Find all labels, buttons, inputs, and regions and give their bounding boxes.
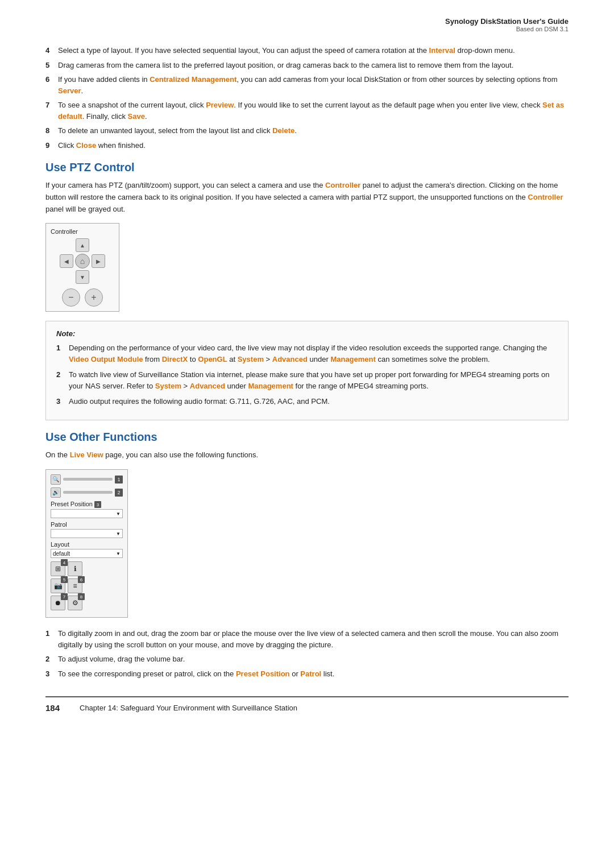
zoom-controls: − +	[51, 288, 114, 307]
patrol-label-row: Patrol	[51, 521, 123, 528]
zoom-bar[interactable]	[63, 478, 113, 481]
preset-position-label-row: Preset Position 3	[51, 501, 123, 509]
advanced-highlight1: Advanced	[272, 355, 308, 363]
steps-list: 4 Select a type of layout. If you have s…	[45, 45, 569, 151]
note-title: Note:	[56, 329, 558, 338]
plus-icon: +	[91, 292, 96, 303]
opengl-highlight: OpenGL	[198, 355, 227, 363]
footer-chapter: Chapter 14: Safeguard Your Environment w…	[80, 704, 297, 712]
note-list: 1 Depending on the performance of your v…	[56, 342, 558, 407]
list-icon-button[interactable]: ≡ 6	[68, 578, 82, 593]
dpad-up-button[interactable]: ▲	[76, 238, 89, 252]
dpad-right-button[interactable]: ▶	[92, 254, 105, 268]
note-item-1: 1 Depending on the performance of your v…	[56, 342, 558, 365]
record-icon: ⏺	[55, 599, 61, 607]
camera-num-badge: 5	[61, 576, 68, 583]
patrol-dropdown-arrow-icon: ▼	[116, 531, 121, 536]
note-item-3: 3 Audio output requires the following au…	[56, 396, 558, 407]
note-item-2: 2 To watch live view of Surveillance Sta…	[56, 369, 558, 391]
bottom-steps-list: 1 To digitally zoom in and out, drag the…	[45, 628, 569, 679]
up-arrow-icon: ▲	[76, 239, 89, 251]
management-highlight1: Management	[330, 355, 375, 363]
patrol-highlight: Patrol	[300, 669, 321, 678]
ptz-section-heading: Use PTZ Control	[45, 161, 569, 174]
down-arrow-icon: ▼	[76, 271, 89, 283]
preset-position-label: Preset Position	[51, 501, 93, 507]
list-icon: ≡	[73, 582, 77, 590]
header-subtitle: Based on DSM 3.1	[45, 26, 569, 32]
volume-bar[interactable]	[63, 491, 113, 494]
list-item: 4 Select a type of layout. If you have s…	[45, 45, 569, 56]
preset-position-highlight: Preset Position	[236, 669, 290, 678]
dpad-left-button[interactable]: ◀	[60, 254, 73, 268]
list-item: 2 To adjust volume, drag the volume bar.	[45, 654, 569, 665]
layout-dropdown-arrow-icon: ▼	[116, 551, 121, 556]
settings-num-badge: 8	[78, 593, 85, 600]
functions-panel: 🔍 1 🔊 2 Preset Position 3 ▼ Patrol ▼	[45, 469, 128, 618]
zoom-out-button[interactable]: −	[62, 288, 80, 307]
list-num-badge: 6	[78, 576, 85, 583]
preset-dropdown-arrow-icon: ▼	[116, 511, 121, 516]
page-footer: 184 Chapter 14: Safeguard Your Environme…	[45, 696, 569, 718]
dpad-home-button[interactable]: ⌂	[75, 254, 90, 268]
volume-num-badge: 2	[115, 489, 123, 497]
centralized-management-highlight: Centralized Management	[150, 75, 237, 84]
list-item: 5 Drag cameras from the camera list to t…	[45, 60, 569, 71]
volume-icon: 🔊	[51, 487, 61, 498]
save-highlight: Save	[128, 112, 145, 121]
dpad-down-button[interactable]: ▼	[76, 270, 89, 284]
home-icon: ⌂	[80, 257, 85, 266]
layout-dropdown[interactable]: default ▼	[51, 549, 123, 558]
list-item: 1 To digitally zoom in and out, drag the…	[45, 628, 569, 650]
preset-position-dropdown[interactable]: ▼	[51, 509, 123, 518]
video-output-module-highlight: Video Output Module	[69, 355, 143, 363]
func-icons-row-2: 📷 5 ≡ 6	[51, 578, 123, 593]
zoom-in-button[interactable]: +	[85, 288, 103, 307]
record-num-badge: 7	[61, 593, 68, 600]
controller-panel: Controller ▲ ▼ ◀ ▶ ⌂ − +	[45, 223, 119, 312]
info-icon-button[interactable]: ℹ	[68, 561, 82, 576]
note-box: Note: 1 Depending on the performance of …	[45, 321, 569, 420]
zoom-icon: 🔍	[51, 474, 61, 485]
settings-icon-button[interactable]: ⚙ 8	[68, 596, 82, 610]
record-icon-button[interactable]: ⏺ 7	[51, 596, 65, 610]
patrol-dropdown[interactable]: ▼	[51, 529, 123, 538]
func-icons-row-3: ⏺ 7 ⚙ 8	[51, 596, 123, 610]
settings-icon: ⚙	[72, 599, 78, 607]
other-functions-text: On the Live View page, you can also use …	[45, 449, 569, 461]
camera-icon-button[interactable]: 📷 5	[51, 578, 65, 593]
delete-highlight: Delete	[272, 126, 294, 135]
left-arrow-icon: ◀	[60, 255, 73, 267]
volume-row: 🔊 2	[51, 487, 123, 498]
list-item: 9 Click Close when finished.	[45, 140, 569, 151]
close-highlight: Close	[76, 141, 96, 150]
list-item: 3 To see the corresponding preset or pat…	[45, 668, 569, 680]
system-highlight1: System	[238, 355, 264, 363]
minus-icon: −	[68, 292, 73, 303]
directx-highlight: DirectX	[162, 355, 188, 363]
grid-icon-button[interactable]: ⊞ 4	[51, 561, 65, 576]
management-highlight2: Management	[248, 382, 293, 390]
preview-highlight: Preview	[206, 101, 234, 109]
camera-icon: 📷	[54, 582, 63, 590]
list-item: 8 To delete an unwanted layout, select f…	[45, 125, 569, 137]
ptz-section-text: If your camera has PTZ (pan/tilt/zoom) s…	[45, 180, 569, 215]
info-icon: ℹ	[74, 565, 77, 573]
list-item: 7 To see a snapshot of the current layou…	[45, 100, 569, 122]
zoom-row: 🔍 1	[51, 474, 123, 485]
patrol-label: Patrol	[51, 521, 67, 528]
zoom-num-badge: 1	[115, 476, 123, 483]
dpad: ▲ ▼ ◀ ▶ ⌂	[60, 238, 105, 284]
live-view-highlight: Live View	[70, 450, 103, 459]
layout-label-row: Layout	[51, 541, 123, 548]
page-number: 184	[45, 703, 68, 713]
advanced-highlight2: Advanced	[190, 382, 225, 390]
grid-icon: ⊞	[55, 565, 61, 573]
right-arrow-icon: ▶	[92, 255, 105, 267]
list-item: 6 If you have added clients in Centraliz…	[45, 74, 569, 96]
interval-highlight: Interval	[429, 46, 455, 55]
layout-value: default	[53, 551, 116, 557]
layout-label: Layout	[51, 541, 69, 548]
server-highlight: Server	[58, 86, 81, 95]
preset-num-badge: 3	[94, 501, 101, 508]
